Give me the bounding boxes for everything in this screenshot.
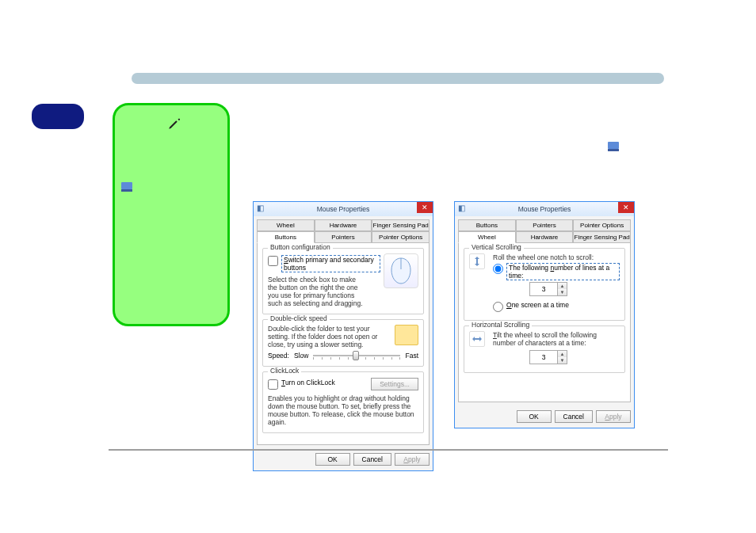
ok-button[interactable]: OK xyxy=(315,453,350,466)
speed-label: Speed: xyxy=(268,352,289,360)
group-vertical-scrolling: Vertical Scrolling Roll the wheel one no… xyxy=(464,248,625,321)
screen-radio[interactable]: One screen at a time xyxy=(493,301,620,312)
close-button[interactable]: ✕ xyxy=(417,202,433,213)
group-double-click-speed: Double-click speed Double-click the fold… xyxy=(262,319,424,367)
cancel-button[interactable]: Cancel xyxy=(353,453,391,466)
control-panel-icon: ◧ xyxy=(257,204,264,212)
screen-radio-input[interactable] xyxy=(493,302,503,312)
switch-buttons-checkbox[interactable]: SSwitch primary and secondary buttonswit… xyxy=(268,255,380,272)
tab-finger-sensing-pad[interactable]: Finger Sensing Pad xyxy=(573,231,631,243)
tab-wheel[interactable]: Wheel xyxy=(257,219,315,231)
spin-up[interactable]: ▲ xyxy=(557,351,567,357)
fast-label: Fast xyxy=(405,352,418,360)
group-title: Double-click speed xyxy=(268,314,330,322)
dialog-button-row: OK Cancel Apply xyxy=(455,405,634,428)
chars-value-input[interactable] xyxy=(530,352,557,362)
group-title: ClickLock xyxy=(268,367,301,375)
clicklock-settings-button[interactable]: Settings... xyxy=(371,378,418,390)
group-title: Horizontal Scrolling xyxy=(469,321,532,329)
tab-buttons[interactable]: Buttons xyxy=(257,231,315,243)
taskbar-mini-icon xyxy=(121,181,132,194)
spin-down[interactable]: ▼ xyxy=(557,357,567,364)
clicklock-input[interactable] xyxy=(268,379,278,390)
group-title: Vertical Scrolling xyxy=(469,243,524,251)
chars-spinbox[interactable]: ▲ ▼ xyxy=(529,350,567,364)
dialog-title: Mouse Properties xyxy=(518,205,571,213)
apply-button[interactable]: Apply xyxy=(395,453,430,466)
clicklock-checkbox[interactable]: Turn on ClickLock xyxy=(268,379,335,390)
dialog-titlebar: ◧ Mouse Properties ✕ xyxy=(455,202,634,216)
mouse-preview-image xyxy=(384,253,418,288)
clicklock-desc: Enables you to highlight or drag without… xyxy=(268,394,418,426)
clicklock-label: Turn on ClickLock xyxy=(281,379,335,386)
lines-radio-input[interactable] xyxy=(493,264,503,274)
tab-wheel[interactable]: Wheel xyxy=(458,231,516,243)
pen-icon xyxy=(167,116,181,135)
folder-test-icon[interactable] xyxy=(395,325,418,345)
svg-rect-3 xyxy=(608,149,619,151)
spin-down[interactable]: ▼ xyxy=(557,289,567,295)
lines-radio[interactable]: The following number of lines at a time: xyxy=(493,263,620,280)
vertical-scroll-icon xyxy=(469,253,485,269)
ok-button[interactable]: OK xyxy=(517,410,552,423)
slider-track[interactable] xyxy=(313,355,400,356)
horizontal-scroll-icon xyxy=(469,331,485,347)
svg-rect-2 xyxy=(608,142,619,149)
screen-radio-label: One screen at a time xyxy=(506,301,569,309)
close-button[interactable]: ✕ xyxy=(618,202,634,213)
group-title: Button configuration xyxy=(268,243,333,251)
tab-hardware[interactable]: Hardware xyxy=(315,219,372,231)
group-horizontal-scrolling: Horizontal Scrolling Tilt the wheel to s… xyxy=(464,326,625,373)
lines-value-input[interactable] xyxy=(530,284,557,294)
group-clicklock: ClickLock Turn on ClickLock Settings... … xyxy=(262,371,424,433)
dclick-desc: Double-click the folder to test your set… xyxy=(268,325,387,348)
dialog-title: Mouse Properties xyxy=(317,205,370,213)
tab-pointer-options[interactable]: Pointer Options xyxy=(573,219,631,231)
tab-pointers[interactable]: Pointers xyxy=(516,219,574,231)
slider-thumb[interactable] xyxy=(353,351,359,360)
tab-pointers[interactable]: Pointers xyxy=(315,231,372,243)
tab-finger-sensing-pad[interactable]: Finger Sensing Pad xyxy=(372,219,430,231)
switch-desc: Select the check box to make the button … xyxy=(268,276,363,307)
apply-button[interactable]: Apply xyxy=(596,410,631,423)
switch-buttons-label: SSwitch primary and secondary buttonswit… xyxy=(281,255,380,272)
control-panel-icon: ◧ xyxy=(458,204,465,212)
note-callout xyxy=(113,103,230,326)
taskbar-inline-icon xyxy=(608,141,619,154)
page-header-bar xyxy=(132,73,664,84)
vscroll-intro: Roll the wheel one notch to scroll: xyxy=(493,253,620,261)
footer-divider xyxy=(109,449,668,451)
tab-hardware[interactable]: Hardware xyxy=(516,231,574,243)
lines-radio-label: The following number of lines at a time: xyxy=(506,263,620,280)
slow-label: Slow xyxy=(294,352,308,360)
mouse-properties-dialog-wheel: ◧ Mouse Properties ✕ Buttons Pointers Po… xyxy=(454,201,635,428)
svg-rect-0 xyxy=(121,182,132,189)
dclick-speed-slider[interactable]: Speed: Slow Fast xyxy=(268,352,418,360)
tab-pointer-options[interactable]: Pointer Options xyxy=(372,231,430,243)
hscroll-intro: Tilt the wheel to scroll the following n… xyxy=(493,331,620,347)
mouse-properties-dialog-buttons: ◧ Mouse Properties ✕ Wheel Hardware Fing… xyxy=(253,201,433,471)
group-button-configuration: Button configuration SSwitch primary and… xyxy=(262,248,424,314)
spin-up[interactable]: ▲ xyxy=(557,283,567,289)
cancel-button[interactable]: Cancel xyxy=(555,410,593,423)
switch-buttons-input[interactable] xyxy=(268,256,278,266)
svg-rect-1 xyxy=(121,189,132,192)
page-number-pill xyxy=(32,104,84,129)
tab-buttons[interactable]: Buttons xyxy=(458,219,516,231)
dialog-button-row: OK Cancel Apply xyxy=(254,448,433,470)
dialog-titlebar: ◧ Mouse Properties ✕ xyxy=(254,202,433,216)
lines-spinbox[interactable]: ▲ ▼ xyxy=(529,282,567,296)
